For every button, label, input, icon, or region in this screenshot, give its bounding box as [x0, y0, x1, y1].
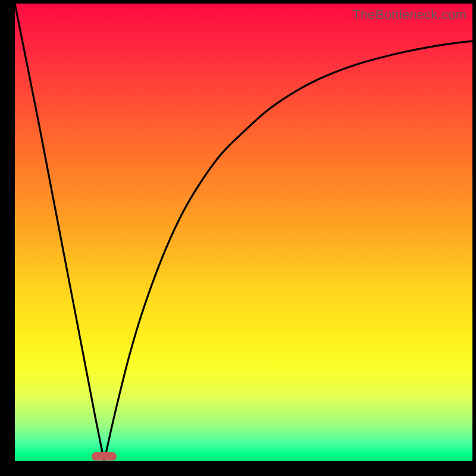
chart-frame: TheBottleneck.com — [0, 0, 476, 476]
left-branch-path — [15, 4, 104, 461]
right-branch-path — [104, 41, 472, 461]
plot-area: TheBottleneck.com — [15, 4, 472, 461]
curves-svg — [15, 4, 472, 461]
vertex-marker — [92, 452, 117, 461]
